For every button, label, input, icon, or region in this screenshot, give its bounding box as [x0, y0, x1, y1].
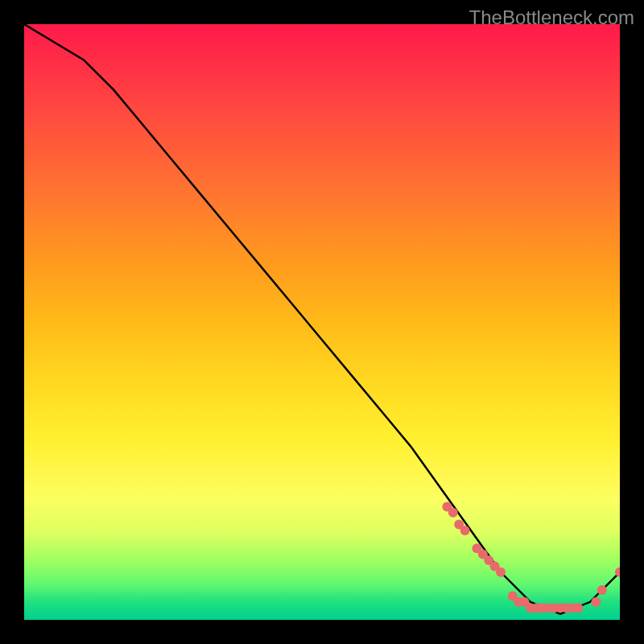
bottleneck-curve-path	[24, 24, 620, 614]
data-marker	[573, 603, 583, 613]
data-marker	[496, 568, 506, 577]
data-marker	[597, 585, 607, 595]
data-marker	[460, 526, 470, 535]
plot-area	[24, 24, 620, 620]
watermark-label: TheBottleneck.com	[469, 6, 634, 29]
chart-svg	[24, 24, 620, 620]
data-markers	[442, 502, 620, 613]
data-marker	[448, 508, 458, 518]
chart-container: TheBottleneck.com	[0, 0, 644, 644]
curve-line	[24, 24, 620, 614]
data-marker	[591, 597, 601, 607]
